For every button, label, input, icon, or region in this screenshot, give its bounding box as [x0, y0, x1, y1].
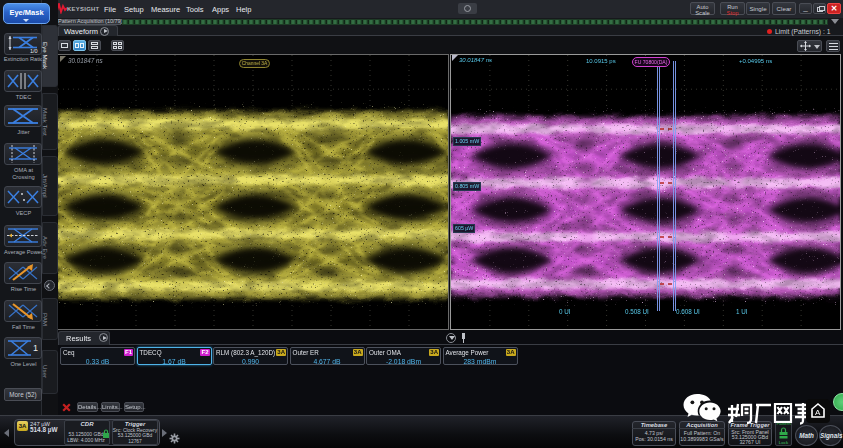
svg-text:A: A: [815, 408, 821, 417]
svg-text:1/0: 1/0: [30, 48, 38, 54]
svg-text:1: 1: [33, 343, 38, 353]
